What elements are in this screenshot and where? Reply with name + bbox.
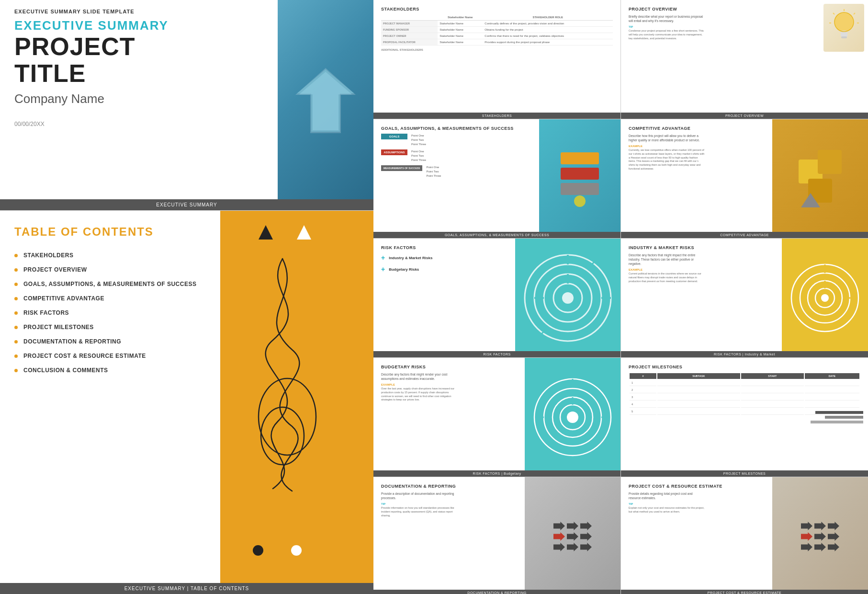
right-column: STAKEHOLDERS Stakeholder Name STAKEHOLDE… xyxy=(373,0,868,594)
arrow-icon xyxy=(801,543,812,551)
goals-graphic xyxy=(556,148,604,210)
tip-body: Explain not only your cost and resource … xyxy=(629,506,705,514)
project-overview-slide: PROJECT OVERVIEW Briefly describe what y… xyxy=(621,0,868,119)
toc-item-competitive: COMPETITIVE ADVANTAGE xyxy=(14,291,206,306)
toc-bullet-icon xyxy=(14,297,18,300)
toc-bullet-icon xyxy=(14,311,18,315)
arrow-icon xyxy=(801,522,812,530)
budgetary-body: Describe any factors that might render y… xyxy=(381,372,458,381)
svg-rect-19 xyxy=(818,150,842,174)
svg-point-17 xyxy=(574,195,586,207)
toc-title: TABLE OF CONTENTS xyxy=(14,225,206,239)
example-label: EXAMPLE xyxy=(381,383,458,386)
svg-point-45 xyxy=(567,411,578,423)
stakeholders-footer: STAKEHOLDERS xyxy=(373,113,620,119)
arrow-red-icon xyxy=(801,532,812,541)
toc-slide: TABLE OF CONTENTS STAKEHOLDERS PROJECT O… xyxy=(0,211,373,594)
budgetary-image xyxy=(525,358,620,477)
main-layout: EXECUTIVE SUMMARY SLIDE TEMPLATE EXECUTI… xyxy=(0,0,868,594)
additional-stakeholders-label: ADDITIONAL STAKEHOLDERS xyxy=(381,48,613,51)
example-body: Currently, we lose competitive offers wh… xyxy=(629,148,705,171)
svg-marker-2 xyxy=(295,68,356,133)
table-row: 2 xyxy=(630,387,859,393)
goals-badge: GOALS xyxy=(381,134,407,139)
competitive-body: Describe how this project will allow you… xyxy=(629,134,705,142)
toc-bullet-icon xyxy=(14,283,18,286)
toc-right-panel xyxy=(220,211,373,594)
goals-image-area xyxy=(539,119,620,238)
documentation-reporting-slide: DOCUMENTATION & REPORTING Provide a desc… xyxy=(373,477,620,594)
competitive-advantage-slide: COMPETITIVE ADVANTAGE Describe how this … xyxy=(621,119,868,238)
svg-rect-15 xyxy=(561,168,599,180)
toc-bullet-icon xyxy=(14,268,18,272)
toc-item-conclusion: CONCLUSION & COMMENTS xyxy=(14,363,206,377)
industry-market-image xyxy=(782,239,868,357)
arrow-icon xyxy=(814,532,826,541)
left-column: EXECUTIVE SUMMARY SLIDE TEMPLATE EXECUTI… xyxy=(0,0,373,594)
svg-line-12 xyxy=(833,13,834,14)
scribble-graphic xyxy=(225,235,359,498)
toc-bullet-icon xyxy=(14,254,18,257)
circle-white-icon xyxy=(291,545,302,556)
svg-point-3 xyxy=(259,378,316,455)
measurements-points: Point OnePoint TwoPoint Three xyxy=(426,165,441,178)
stakeholders-table: Stakeholder Name STAKEHOLDER ROLE PROJEC… xyxy=(381,14,613,46)
tip-body: Condense your project proposal into a fe… xyxy=(629,29,705,40)
competitive-advantage-image xyxy=(772,119,868,238)
table-row: FUNDING SPONSOR Stakeholder Name Obtains… xyxy=(381,27,613,33)
hero-arrow-image xyxy=(278,0,373,201)
risk-factors-slide: RISK FACTORS + Industry & Market Risks +… xyxy=(373,239,620,357)
project-cost-footer: PROJECT COST & RESOURCE ESTIMATE xyxy=(621,590,868,594)
documentation-footer: DOCUMENTATION & REPORTING xyxy=(373,590,620,594)
svg-line-31 xyxy=(587,262,594,269)
arrow-icon xyxy=(828,532,839,541)
assumptions-points: Point OnePoint TwoPoint Three xyxy=(411,149,426,162)
risk-factors-footer: RISK FACTORS xyxy=(373,351,620,357)
tip-label: TIP xyxy=(381,503,458,505)
svg-rect-16 xyxy=(561,183,599,195)
example-body: Over the last year, supply chain disrupt… xyxy=(381,387,458,402)
arrow-icon xyxy=(553,543,565,551)
toc-left-panel: TABLE OF CONTENTS STAKEHOLDERS PROJECT O… xyxy=(0,211,220,594)
toc-bullet-icon xyxy=(14,340,18,343)
arrows-grid xyxy=(549,517,597,556)
table-row: PROJECT MANAGER Stakeholder Name Continu… xyxy=(381,21,613,27)
table-row: 1 xyxy=(630,380,859,386)
example-label: EXAMPLE xyxy=(629,145,705,148)
arrow-icon xyxy=(580,532,592,541)
arrow-red-icon xyxy=(553,532,565,541)
documentation-body: Provide a description of documentation a… xyxy=(381,491,458,500)
table-row: PROJECT OWNER Stakeholder Name Confirms … xyxy=(381,33,613,39)
budgetary-risks-slide: BUDGETARY RISKS Describe any factors tha… xyxy=(373,358,620,477)
example-label: EXAMPLE xyxy=(629,268,705,271)
project-milestones-title: PROJECT MILESTONES xyxy=(629,365,860,369)
goals-slide: GOALS, ASSUMPTIONS, & MEASUREMENTS OF SU… xyxy=(373,119,620,238)
toc-item-stakeholders: STAKEHOLDERS xyxy=(14,248,206,263)
risk-plus-icon: + xyxy=(381,254,385,262)
goals-footer: GOALS, ASSUMPTIONS, & MEASUREMENTS OF SU… xyxy=(373,232,620,238)
toc-bullet-icon xyxy=(14,326,18,329)
executive-footer: EXECUTIVE SUMMARY xyxy=(0,199,373,210)
project-overview-body: Briefly describe what your report or bus… xyxy=(629,14,705,23)
toc-footer: EXECUTIVE SUMMARY | TABLE OF CONTENTS xyxy=(0,583,373,594)
svg-rect-14 xyxy=(561,152,599,164)
cost-arrows-grid xyxy=(796,517,844,556)
competitive-graphic xyxy=(791,140,849,217)
executive-summary-slide: EXECUTIVE SUMMARY SLIDE TEMPLATE EXECUTI… xyxy=(0,0,373,211)
industry-market-body: Describe any factors that might impact t… xyxy=(629,253,705,266)
milestones-graphic xyxy=(811,398,868,436)
budgetary-maze-icon xyxy=(530,365,616,470)
assumptions-badge: ASSUMPTIONS xyxy=(381,149,407,155)
industry-market-risks-slide: INDUSTRY & MARKET RISKS Describe any fac… xyxy=(621,239,868,357)
project-cost-body: Provide details regarding total project … xyxy=(629,491,705,500)
stakeholders-title: STAKEHOLDERS xyxy=(381,7,613,11)
arrow-icon xyxy=(567,522,578,530)
toc-item-cost: PROJECT COST & RESOURCE ESTIMATE xyxy=(14,349,206,363)
arrow-icon xyxy=(814,543,826,551)
toc-item-risk: RISK FACTORS xyxy=(14,306,206,320)
risk-item-label: Industry & Market Risks xyxy=(389,256,432,260)
toc-item-documentation: DOCUMENTATION & REPORTING xyxy=(14,334,206,349)
tip-label: TIP xyxy=(629,503,705,505)
toc-item-goals: GOALS, ASSUMPTIONS, & MEASUREMENTS OF SU… xyxy=(14,277,206,291)
example-body: Current political tensions in the countr… xyxy=(629,272,705,283)
